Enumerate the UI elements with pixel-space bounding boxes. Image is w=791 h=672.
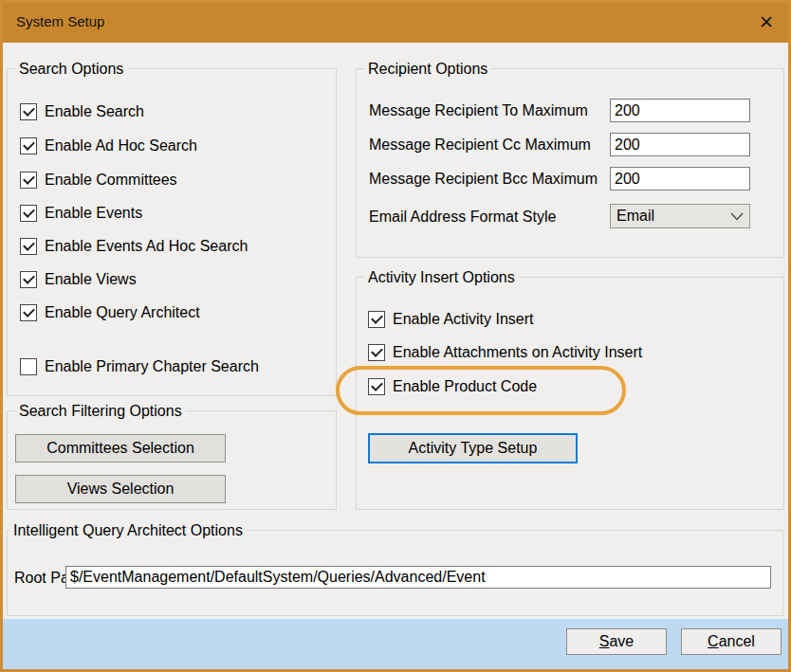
enable-views-label: Enable Views — [45, 271, 137, 288]
recipient-to-maximum-input[interactable] — [610, 99, 750, 122]
enable-events-checkbox[interactable] — [20, 205, 37, 222]
footer-bar: Save Cancel — [0, 619, 791, 672]
window-title: System Setup — [16, 13, 104, 29]
enable-search-label: Enable Search — [45, 103, 144, 120]
checkbox-row: Enable Search — [20, 103, 144, 120]
chevron-down-icon — [730, 212, 744, 221]
enable-activity-insert-label: Enable Activity Insert — [393, 311, 534, 328]
titlebar: System Setup ✕ — [0, 0, 791, 43]
email-address-format-style-select[interactable]: Email — [610, 204, 750, 228]
enable-attachments-on-activity-insert-label: Enable Attachments on Activity Insert — [393, 344, 642, 361]
enable-primary-chapter-search-label: Enable Primary Chapter Search — [45, 358, 259, 375]
system-setup-dialog: System Setup ✕ Search Options Enable Sea… — [0, 0, 791, 672]
enable-activity-insert-checkbox[interactable] — [368, 311, 385, 328]
recipient-bcc-maximum-label: Message Recipient Bcc Maximum — [369, 167, 598, 191]
cancel-button-label: Cancel — [688, 633, 775, 650]
checkbox-row: Enable Events — [20, 205, 142, 222]
enable-events-label: Enable Events — [45, 205, 142, 222]
intelligent-query-architect-options-group: Intelligent Query Architect Options Root… — [7, 530, 783, 616]
enable-primary-chapter-search-checkbox[interactable] — [20, 358, 37, 375]
enable-views-checkbox[interactable] — [20, 271, 37, 288]
save-button-label: Save — [573, 633, 660, 650]
cancel-button[interactable]: Cancel — [681, 628, 782, 655]
views-selection-button[interactable]: Views Selection — [15, 475, 226, 503]
enable-search-checkbox[interactable] — [20, 103, 37, 120]
recipient-options-group-title: Recipient Options — [364, 61, 491, 78]
committees-selection-button[interactable]: Committees Selection — [15, 434, 226, 463]
enable-committees-checkbox[interactable] — [20, 172, 37, 189]
activity-type-setup-button-label: Activity Type Setup — [409, 440, 538, 457]
checkbox-row: Enable Product Code — [368, 378, 537, 395]
root-path-input[interactable] — [65, 566, 771, 589]
checkbox-row: Enable Query Architect — [20, 304, 200, 321]
email-address-format-style-value: Email — [616, 208, 730, 225]
search-options-group: Search Options Enable Search Enable Ad H… — [7, 68, 337, 396]
activity-insert-options-group-title: Activity Insert Options — [364, 269, 519, 286]
close-icon[interactable]: ✕ — [751, 7, 782, 37]
checkbox-row: Enable Attachments on Activity Insert — [368, 344, 642, 361]
activity-type-setup-button[interactable]: Activity Type Setup — [368, 433, 578, 463]
checkbox-row: Enable Views — [20, 271, 137, 288]
enable-events-ad-hoc-search-checkbox[interactable] — [20, 238, 37, 255]
views-selection-button-label: Views Selection — [67, 481, 175, 498]
enable-query-architect-checkbox[interactable] — [20, 304, 37, 321]
recipient-cc-maximum-label: Message Recipient Cc Maximum — [369, 133, 591, 156]
enable-attachments-on-activity-insert-checkbox[interactable] — [368, 344, 385, 361]
enable-query-architect-label: Enable Query Architect — [45, 304, 200, 321]
save-button[interactable]: Save — [566, 628, 667, 655]
enable-ad-hoc-search-label: Enable Ad Hoc Search — [45, 137, 197, 154]
enable-committees-label: Enable Committees — [45, 172, 177, 189]
recipient-options-group: Recipient Options Message Recipient To M… — [356, 68, 784, 258]
enable-ad-hoc-search-checkbox[interactable] — [20, 137, 37, 154]
committees-selection-button-label: Committees Selection — [46, 440, 194, 457]
enable-product-code-checkbox[interactable] — [368, 378, 385, 395]
recipient-to-maximum-label: Message Recipient To Maximum — [369, 99, 588, 122]
search-filtering-options-group-title: Search Filtering Options — [15, 403, 186, 420]
enable-events-ad-hoc-search-label: Enable Events Ad Hoc Search — [45, 238, 248, 255]
checkbox-row: Enable Activity Insert — [368, 311, 534, 328]
search-filtering-options-group: Search Filtering Options Committees Sele… — [7, 410, 337, 510]
email-address-format-style-label: Email Address Format Style — [369, 205, 556, 228]
checkbox-row: Enable Committees — [20, 172, 177, 189]
checkbox-row: Enable Primary Chapter Search — [20, 358, 259, 375]
search-options-group-title: Search Options — [15, 61, 127, 78]
activity-insert-options-group: Activity Insert Options Enable Activity … — [356, 277, 784, 510]
recipient-bcc-maximum-input[interactable] — [610, 167, 750, 191]
iqa-group-title: Intelligent Query Architect Options — [9, 522, 247, 539]
enable-product-code-label: Enable Product Code — [393, 378, 537, 395]
recipient-cc-maximum-input[interactable] — [610, 133, 750, 156]
checkbox-row: Enable Ad Hoc Search — [20, 137, 197, 154]
checkbox-row: Enable Events Ad Hoc Search — [20, 238, 248, 255]
